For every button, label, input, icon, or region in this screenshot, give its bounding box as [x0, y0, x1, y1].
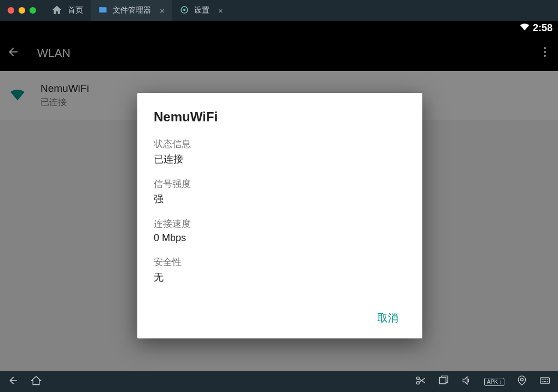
field-security-label: 安全性 — [154, 256, 406, 268]
status-time: 2:58 — [533, 22, 553, 34]
close-tab-settings-icon[interactable]: × — [218, 6, 223, 15]
dialog-title: NemuWiFi — [154, 109, 406, 125]
close-window-button[interactable] — [8, 7, 14, 14]
field-status-label: 状态信息 — [154, 138, 406, 150]
cancel-button[interactable]: 取消 — [370, 307, 406, 330]
fullscreen-window-button[interactable] — [30, 7, 36, 14]
emu-tab-settings-label: 设置 — [194, 5, 210, 15]
minimize-window-button[interactable] — [19, 7, 25, 14]
svg-rect-9 — [439, 377, 446, 384]
svg-point-3 — [183, 9, 185, 11]
svg-point-8 — [416, 382, 419, 384]
field-speed-label: 连接速度 — [154, 218, 406, 230]
home-icon — [51, 4, 62, 17]
dialog-actions: 取消 — [154, 296, 406, 330]
folder-icon — [98, 5, 107, 16]
apk-label: APK — [487, 379, 498, 385]
emu-tab-files-label: 文件管理器 — [113, 5, 151, 15]
location-icon[interactable] — [516, 375, 527, 388]
field-signal: 信号强度 强 — [154, 178, 406, 206]
keyboard-icon[interactable] — [539, 375, 550, 388]
wifi-status-icon — [520, 22, 530, 34]
apk-install-button[interactable]: APK↓ — [484, 378, 504, 386]
svg-point-7 — [416, 377, 419, 379]
gear-icon — [180, 5, 189, 16]
field-security-value: 无 — [154, 271, 406, 284]
emu-tab-home[interactable]: 首页 — [44, 0, 91, 21]
scissors-icon[interactable] — [415, 375, 426, 388]
emu-tab-settings[interactable]: 设置 × — [172, 0, 231, 21]
field-speed: 连接速度 0 Mbps — [154, 218, 406, 244]
svg-rect-1 — [99, 7, 102, 9]
window-traffic-lights — [0, 7, 44, 14]
nav-home-icon[interactable] — [31, 375, 42, 388]
nav-back-icon[interactable] — [8, 375, 19, 388]
close-tab-files-icon[interactable]: × — [160, 6, 165, 15]
field-status-value: 已连接 — [154, 153, 406, 166]
field-status: 状态信息 已连接 — [154, 138, 406, 166]
emulator-bottom-bar: APK↓ — [0, 371, 558, 392]
android-status-bar: 2:58 — [0, 21, 558, 35]
emu-tab-home-label: 首页 — [68, 5, 83, 15]
svg-point-10 — [521, 378, 524, 381]
field-security: 安全性 无 — [154, 256, 406, 284]
field-signal-value: 强 — [154, 192, 406, 206]
emulator-title-bar: 首页 文件管理器 × 设置 × — [0, 0, 558, 21]
emu-tab-files[interactable]: 文件管理器 × — [91, 0, 172, 21]
volume-icon[interactable] — [461, 375, 472, 388]
wifi-detail-dialog: NemuWiFi 状态信息 已连接 信号强度 强 连接速度 0 Mbps 安全性… — [137, 93, 422, 338]
multiwindow-icon[interactable] — [438, 375, 449, 388]
svg-rect-11 — [540, 378, 550, 383]
field-speed-value: 0 Mbps — [154, 232, 406, 244]
field-signal-label: 信号强度 — [154, 178, 406, 190]
